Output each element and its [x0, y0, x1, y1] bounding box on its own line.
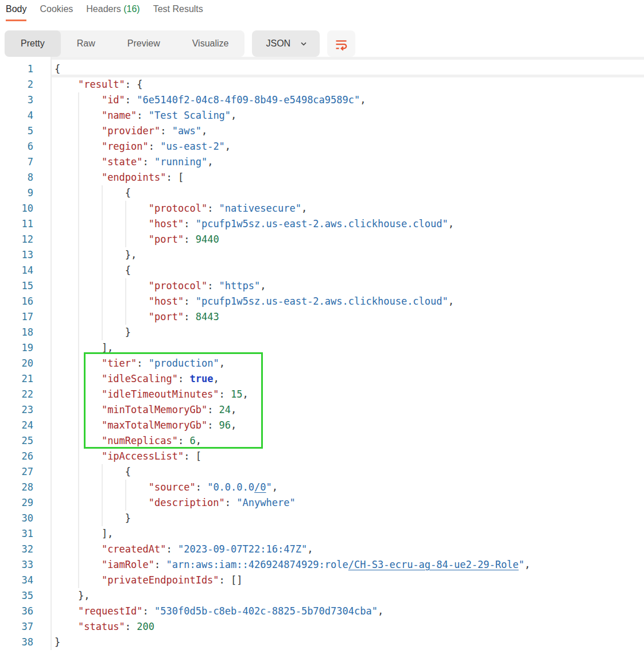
- code-line[interactable]: 2 "result": {: [0, 77, 644, 92]
- indent-guide: [102, 247, 103, 263]
- code-line[interactable]: 3 "id": "6e5140f2-04c8-4f09-8b49-e5498ca…: [0, 92, 644, 108]
- line-number: 38: [0, 635, 33, 650]
- line-number: 22: [0, 387, 33, 402]
- code-line[interactable]: 31 ],: [0, 526, 644, 542]
- line-number: 30: [0, 511, 33, 526]
- indent-guide: [78, 108, 79, 123]
- indent-guide: [78, 387, 79, 402]
- indent-guide: [125, 216, 126, 232]
- code-line[interactable]: 32 "createdAt": "2023-09-07T22:16:47Z",: [0, 542, 644, 557]
- code-line[interactable]: 29 "description": "Anywhere": [0, 495, 644, 511]
- indent-guide: [78, 309, 79, 325]
- language-dropdown-label: JSON: [266, 38, 290, 49]
- code-line[interactable]: 6 "region": "us-east-2",: [0, 139, 644, 154]
- code-line[interactable]: 24 "maxTotalMemoryGb": 96,: [0, 418, 644, 433]
- line-number: 14: [0, 263, 33, 278]
- line-number: 12: [0, 232, 33, 247]
- indent-guide: [78, 433, 79, 449]
- code-line[interactable]: 21 "idleScaling": true,: [0, 371, 644, 387]
- line-number: 8: [0, 170, 33, 185]
- indent-guide: [78, 495, 79, 511]
- line-number: 36: [0, 604, 33, 619]
- line-number: 29: [0, 495, 33, 511]
- code-lines: 1{2 "result": {3 "id": "6e5140f2-04c8-4f…: [0, 61, 644, 650]
- code-line[interactable]: 16 "host": "pcufp1w5sz.us-east-2.aws.cli…: [0, 294, 644, 309]
- code-line[interactable]: 20 "tier": "production",: [0, 356, 644, 371]
- indent-guide: [78, 557, 79, 573]
- line-number: 21: [0, 371, 33, 387]
- code-line[interactable]: 7 "state": "running",: [0, 154, 644, 170]
- indent-guide: [102, 294, 103, 309]
- code-line[interactable]: 8 "endpoints": [: [0, 170, 644, 185]
- code-line[interactable]: 5 "provider": "aws",: [0, 123, 644, 139]
- code-line[interactable]: 17 "port": 8443: [0, 309, 644, 325]
- code-line[interactable]: 15 "protocol": "https",: [0, 278, 644, 294]
- indent-guide: [78, 340, 79, 356]
- code-line[interactable]: 1{: [0, 61, 644, 77]
- code-line[interactable]: 12 "port": 9440: [0, 232, 644, 247]
- code-line[interactable]: 25 "numReplicas": 6,: [0, 433, 644, 449]
- active-line-border-top: [51, 57, 644, 60]
- line-number: 24: [0, 418, 33, 433]
- indent-guide: [125, 495, 126, 511]
- view-visualize-button[interactable]: Visualize: [176, 30, 245, 57]
- indent-guide: [78, 402, 79, 418]
- code-line[interactable]: 4 "name": "Test Scaling",: [0, 108, 644, 123]
- indent-guide: [102, 464, 103, 480]
- line-number: 34: [0, 573, 33, 588]
- code-line[interactable]: 33 "iamRole": "arn:aws:iam::426924874929…: [0, 557, 644, 573]
- code-line[interactable]: 35 },: [0, 588, 644, 604]
- line-number: 9: [0, 185, 33, 201]
- code-line[interactable]: 23 "minTotalMemoryGb": 24,: [0, 402, 644, 418]
- line-number: 19: [0, 340, 33, 356]
- line-number: 13: [0, 247, 33, 263]
- code-line[interactable]: 13 },: [0, 247, 644, 263]
- code-line[interactable]: 22 "idleTimeoutMinutes": 15,: [0, 387, 644, 402]
- tab-body[interactable]: Body: [6, 4, 26, 21]
- indent-guide: [78, 371, 79, 387]
- code-line[interactable]: 34 "privateEndpointIds": []: [0, 573, 644, 588]
- code-line[interactable]: 10 "protocol": "nativesecure",: [0, 201, 644, 216]
- code-line[interactable]: 9 {: [0, 185, 644, 201]
- indent-guide: [78, 216, 79, 232]
- code-line[interactable]: 14 {: [0, 263, 644, 278]
- tab-headers[interactable]: Headers (16): [86, 4, 139, 21]
- language-dropdown[interactable]: JSON: [252, 30, 320, 57]
- code-line[interactable]: 30 }: [0, 511, 644, 526]
- indent-guide: [125, 232, 126, 247]
- view-preview-button[interactable]: Preview: [111, 30, 176, 57]
- line-number: 17: [0, 309, 33, 325]
- view-pretty-button[interactable]: Pretty: [5, 30, 61, 57]
- tab-cookies[interactable]: Cookies: [40, 4, 73, 21]
- indent-guide: [102, 309, 103, 325]
- view-raw-button[interactable]: Raw: [61, 30, 111, 57]
- wrap-lines-icon: [333, 36, 349, 52]
- tab-test-results[interactable]: Test Results: [153, 4, 203, 21]
- indent-guide: [78, 123, 79, 139]
- indent-guide: [102, 511, 103, 526]
- indent-guide: [78, 418, 79, 433]
- code-line[interactable]: 37 "status": 200: [0, 619, 644, 635]
- line-number: 4: [0, 108, 33, 123]
- code-line[interactable]: 26 "ipAccessList": [: [0, 449, 644, 464]
- indent-guide: [102, 278, 103, 294]
- code-line[interactable]: 18 }: [0, 325, 644, 340]
- code-line[interactable]: 27 {: [0, 464, 644, 480]
- line-number: 28: [0, 480, 33, 495]
- indent-guide: [78, 480, 79, 495]
- tab-test-results-label: Test Results: [153, 4, 203, 14]
- wrap-lines-button[interactable]: [327, 30, 355, 57]
- indent-guide: [78, 247, 79, 263]
- line-number: 25: [0, 433, 33, 449]
- code-line[interactable]: 28 "source": "0.0.0.0/0",: [0, 480, 644, 495]
- json-body-editor[interactable]: 1{2 "result": {3 "id": "6e5140f2-04c8-4f…: [0, 61, 644, 650]
- line-number: 7: [0, 154, 33, 170]
- indent-guide: [102, 263, 103, 278]
- body-view-toolbar: Pretty Raw Preview Visualize JSON: [5, 30, 644, 57]
- line-number: 23: [0, 402, 33, 418]
- code-line[interactable]: 36 "requestId": "530f0d5b-c8eb-402c-8825…: [0, 604, 644, 619]
- code-line[interactable]: 19 ],: [0, 340, 644, 356]
- code-line[interactable]: 38}: [0, 635, 644, 650]
- indent-guide: [78, 185, 79, 201]
- code-line[interactable]: 11 "host": "pcufp1w5sz.us-east-2.aws.cli…: [0, 216, 644, 232]
